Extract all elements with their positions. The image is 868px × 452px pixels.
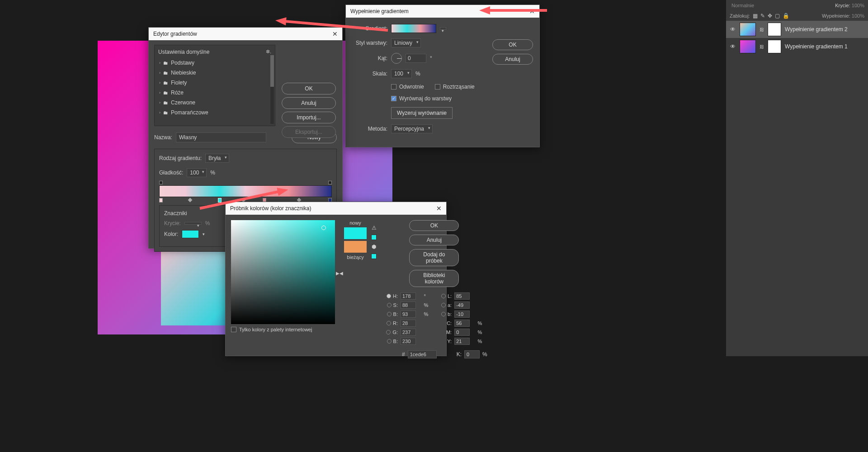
warning-icon[interactable]: ⚠ [372,225,377,231]
b-radio[interactable]: b: [436,311,452,317]
b-input[interactable] [454,311,470,318]
sv-cursor[interactable] [321,226,326,230]
scrollbar-thumb[interactable] [270,55,274,87]
type-select[interactable]: Bryła [205,154,229,163]
marker-opacity-unit: % [205,220,210,226]
r-radio[interactable]: R: [381,320,398,326]
color-stop-selected[interactable] [218,198,222,202]
preset-folder[interactable]: ›🖿Fiolety [158,78,271,88]
layer-row[interactable]: 👁 ⛓ Wypełnienie gradientem 1 [726,38,868,55]
method-select[interactable]: Percepcyjna [391,124,433,133]
layer-row-selected[interactable]: 👁 ⛓ Wypełnienie gradientem 2 [726,21,868,38]
cube-icon[interactable]: ⬢ [372,244,376,250]
current-color-swatch[interactable] [344,241,367,253]
visibility-icon[interactable]: 👁 [730,43,736,50]
mask-thumbnail[interactable] [768,40,781,53]
s-input[interactable] [401,301,416,309]
h-radio[interactable]: H: [381,293,398,299]
marker-color-swatch[interactable] [182,230,199,238]
preset-folder[interactable]: ›🖿Róże [158,88,271,98]
m-input[interactable] [454,329,470,336]
web-only-checkbox[interactable] [231,327,236,332]
gradient-bar[interactable] [159,185,332,197]
dither-checkbox[interactable]: Roztrząsanie [435,84,475,90]
layer-name[interactable]: Wypełnienie gradientem 2 [785,26,848,33]
lock-pixels-icon[interactable]: ▦ [753,13,758,19]
bv-radio[interactable]: B: [381,311,398,317]
color-stop[interactable] [159,198,163,202]
midpoint[interactable] [188,198,192,202]
layers-panel: Normalnie Krycie: 100% Zablokuj: ▦ ✎ ✥ ▢… [726,0,868,356]
cancel-button[interactable]: Anuluj [282,97,336,109]
gradient-dropdown[interactable] [440,27,446,30]
color-picker-titlebar[interactable]: Próbnik kolorów (kolor znacznika) ✕ [226,202,446,215]
preset-folder[interactable]: ›🖿Niebieskie [158,68,271,78]
cancel-button[interactable]: Anuluj [409,235,459,245]
c-input[interactable] [454,320,470,327]
l-radio[interactable]: L: [436,293,452,299]
g-radio[interactable]: G: [381,330,398,335]
link-icon: ⛓ [760,27,764,32]
close-icon[interactable]: ✕ [529,8,535,15]
hex-input[interactable] [408,350,437,358]
saturation-value-field[interactable] [231,220,335,324]
layer-thumbnail[interactable] [740,40,756,53]
gamut-swatch[interactable] [371,235,377,240]
ok-button[interactable]: OK [492,39,533,50]
blend-mode-select[interactable]: Normalnie [730,2,756,9]
bv-input[interactable] [401,311,416,318]
cancel-button[interactable]: Anuluj [492,54,533,65]
layer-name[interactable]: Wypełnienie gradientem 1 [785,43,848,50]
s-radio[interactable]: S: [381,302,398,308]
align-checkbox[interactable]: ✓Wyrównaj do warstwy [391,95,452,102]
lock-all-icon[interactable]: 🔒 [783,13,789,19]
name-input[interactable] [176,132,266,142]
import-button[interactable]: Importuj... [282,112,336,123]
close-icon[interactable]: ✕ [436,205,442,212]
style-select[interactable]: Liniowy [391,38,421,47]
opacity-value[interactable]: 100% [852,3,864,8]
chevron-down-icon[interactable]: ▾ [203,232,205,236]
a-input[interactable] [454,301,470,309]
gradient-fill-titlebar[interactable]: Wypełnienie gradientem ✕ [346,5,539,18]
y-input[interactable] [454,338,470,345]
ok-button[interactable]: OK [282,83,336,94]
close-icon[interactable]: ✕ [332,30,338,38]
smooth-input[interactable]: 100 [187,168,207,177]
scale-input[interactable]: 100 [391,69,412,78]
lock-brush-icon[interactable]: ✎ [760,13,765,19]
bb-input[interactable] [401,338,416,345]
visibility-icon[interactable]: 👁 [730,26,736,33]
angle-input[interactable] [406,54,426,63]
a-radio[interactable]: a: [436,302,452,308]
layer-thumbnail[interactable] [740,23,756,36]
add-swatch-button[interactable]: Dodaj do próbek [409,249,459,266]
reset-align-button[interactable]: Wyzeruj wyrównanie [391,107,453,119]
r-input[interactable] [401,320,416,327]
bb-radio[interactable]: B: [381,339,398,344]
lock-artboard-icon[interactable]: ▢ [775,13,780,19]
opacity-stop[interactable] [328,181,332,184]
gradient-editor-titlebar[interactable]: Edytor gradientów ✕ [149,28,342,40]
preset-folder[interactable]: ›🖿Podstawy [158,58,271,68]
gradient-editor-title: Edytor gradientów [153,31,197,37]
l-input[interactable] [454,292,470,300]
mask-thumbnail[interactable] [768,23,781,36]
k-input[interactable] [464,350,480,358]
opacity-stop[interactable] [159,181,163,184]
gear-icon[interactable]: ✲. [266,49,271,55]
pct-unit: % [424,302,433,308]
color-libraries-button[interactable]: Biblioteki kolorów [409,270,459,287]
h-input[interactable] [401,292,416,300]
lock-position-icon[interactable]: ✥ [768,13,772,19]
preset-folder[interactable]: ›🖿Czerwone [158,98,271,108]
reverse-checkbox[interactable]: Odwrotnie [391,84,424,90]
g-input[interactable] [401,329,416,336]
websafe-swatch[interactable] [371,254,377,259]
fill-value[interactable]: 100% [852,13,864,19]
ok-button[interactable]: OK [409,220,459,231]
preset-folder[interactable]: ›🖿Pomarańczowe [158,108,271,118]
angle-dial[interactable] [391,53,402,64]
gradient-preview[interactable] [391,24,436,33]
y-label: Y: [436,339,452,344]
